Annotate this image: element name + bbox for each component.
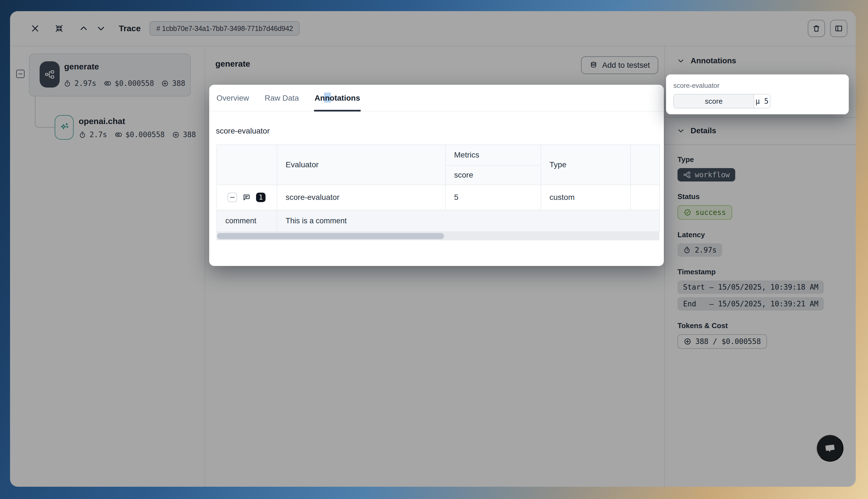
- tokens-cost-value: 388 / $0.000558: [695, 337, 761, 346]
- trace-title: Trace: [119, 24, 141, 33]
- collapse-node-button[interactable]: [16, 70, 25, 78]
- details-fields: Type workflow Status success Latency 2.9…: [677, 144, 845, 349]
- chevron-down-icon: [677, 57, 685, 64]
- annotation-score-card: score-evaluator score μ 5: [666, 74, 849, 114]
- collapse-icon: [55, 24, 64, 33]
- annotations-tab-card: Overview Raw Data Annotations score-eval…: [209, 85, 664, 266]
- span-cost: $0.000558: [114, 79, 154, 87]
- scrollbar-thumb[interactable]: [217, 233, 444, 239]
- delete-trace-button[interactable]: [808, 20, 825, 37]
- cell-score: 5: [445, 185, 541, 210]
- annotation-evaluator-label: score-evaluator: [673, 82, 719, 89]
- tokens-icon: [172, 131, 180, 138]
- chevron-down-icon: [677, 127, 685, 134]
- comment-key-cell: comment: [217, 210, 277, 232]
- divider: [665, 117, 856, 118]
- timer-icon: [64, 80, 71, 87]
- details-section-header[interactable]: Details: [677, 126, 716, 135]
- next-trace-button[interactable]: [97, 24, 106, 33]
- span-stats: 2.7s $0.000558 388: [79, 131, 196, 139]
- latency-value: 2.97s: [695, 246, 716, 254]
- timestamp-end-badge: End – 15/05/2025, 10:39:21 AM: [677, 297, 824, 311]
- annotations-section-header[interactable]: Annotations: [677, 56, 736, 65]
- stopwatch-icon: [683, 246, 691, 254]
- chevron-up-icon: [79, 24, 88, 33]
- tab-raw-data[interactable]: Raw Data: [264, 94, 300, 111]
- comment-count-badge: 1: [256, 193, 266, 202]
- chat-bubble-icon: [823, 441, 837, 455]
- trace-id-badge[interactable]: # 1cbb70e7-34a1-7bb7-3498-771b7d46d942: [149, 21, 300, 36]
- span-name[interactable]: openai.chat: [79, 117, 125, 126]
- coins-icon: [114, 131, 122, 138]
- column-subheader-score: score: [445, 165, 541, 185]
- toggle-sidepanel-button[interactable]: [830, 20, 847, 37]
- collapse-view-button[interactable]: [55, 24, 64, 33]
- tab-overview[interactable]: Overview: [216, 94, 250, 111]
- column-header-actions: [217, 145, 277, 185]
- workflow-icon: [683, 171, 691, 179]
- timestamp-start-badge: Start – 15/05/2025, 10:39:18 AM: [677, 280, 824, 294]
- latency-label: Latency: [677, 231, 845, 239]
- column-header-metrics: Metrics: [445, 145, 541, 165]
- coins-icon: [104, 80, 111, 87]
- add-to-testset-label: Add to testset: [602, 61, 650, 70]
- annotations-table: Evaluator Metrics Type score 1: [216, 144, 660, 232]
- collapse-row-button[interactable]: [228, 193, 237, 202]
- span-node-generate[interactable]: generate 2.97s $0.000558 388: [29, 53, 191, 96]
- span-latency: 2.7s: [89, 131, 107, 139]
- side-panel-icon: [834, 24, 843, 33]
- span-tree-sidebar: generate 2.97s $0.000558 388 openai.chat: [10, 46, 205, 487]
- metric-name-field[interactable]: score: [674, 95, 754, 108]
- trash-icon: [812, 24, 821, 33]
- chat-widget-button[interactable]: [817, 435, 843, 462]
- latency-badge: 2.97s: [677, 243, 722, 257]
- status-badge: success: [677, 205, 732, 220]
- evaluator-section-title: score-evaluator: [216, 126, 664, 135]
- span-detail-title: generate: [215, 59, 250, 69]
- type-badge: workflow: [677, 168, 735, 182]
- tokens-icon: [161, 80, 169, 87]
- comment-row: comment This is a comment: [217, 210, 660, 232]
- metric-pill: score μ 5: [673, 94, 770, 108]
- check-circle-icon: [684, 208, 691, 216]
- status-label: Status: [677, 192, 845, 201]
- tab-label: Overview: [216, 94, 249, 102]
- type-label: Type: [677, 155, 845, 164]
- column-header-type: Type: [541, 145, 631, 185]
- workflow-node-icon: [40, 61, 60, 87]
- comment-icon[interactable]: [242, 193, 251, 202]
- trace-topbar: Trace # 1cbb70e7-34a1-7bb7-3498-771b7d46…: [10, 11, 856, 46]
- add-to-testset-button[interactable]: Add to testset: [581, 56, 658, 74]
- details-section-title: Details: [691, 126, 716, 135]
- horizontal-scrollbar[interactable]: [216, 232, 659, 240]
- llm-node-icon[interactable]: [55, 115, 74, 140]
- span-name: generate: [64, 62, 99, 71]
- tab-label: Raw Data: [265, 94, 299, 102]
- detail-tabs: Overview Raw Data Annotations: [209, 85, 664, 111]
- database-icon: [589, 61, 598, 70]
- column-header-spacer: [631, 145, 660, 185]
- tab-annotations[interactable]: Annotations: [314, 94, 361, 111]
- status-value: success: [695, 208, 726, 217]
- cell-evaluator: score-evaluator: [277, 185, 445, 210]
- tokens-cost-badge: 388 / $0.000558: [677, 334, 767, 349]
- column-header-evaluator: Evaluator: [277, 145, 445, 185]
- table-row: 1 score-evaluator 5 custom: [217, 185, 660, 210]
- span-tokens: 388: [183, 131, 196, 139]
- metric-value-field[interactable]: μ 5: [754, 95, 770, 108]
- span-stats: 2.97s $0.000558 388: [64, 79, 185, 87]
- type-value: workflow: [695, 171, 730, 179]
- span-latency: 2.97s: [74, 79, 96, 87]
- timer-icon: [79, 131, 86, 138]
- close-button[interactable]: [31, 24, 40, 33]
- cell-type: custom: [541, 185, 631, 210]
- prev-trace-button[interactable]: [79, 24, 88, 33]
- tree-connector-line: [35, 95, 55, 128]
- circle-plus-icon: [684, 338, 691, 345]
- annotations-section-title: Annotations: [691, 56, 736, 65]
- trace-viewer-page: Trace # 1cbb70e7-34a1-7bb7-3498-771b7d46…: [0, 0, 868, 499]
- close-icon: [31, 24, 40, 33]
- span-cost: $0.000558: [125, 131, 165, 139]
- tokens-cost-label: Tokens & Cost: [677, 321, 845, 330]
- comment-value-cell: This is a comment: [277, 210, 660, 232]
